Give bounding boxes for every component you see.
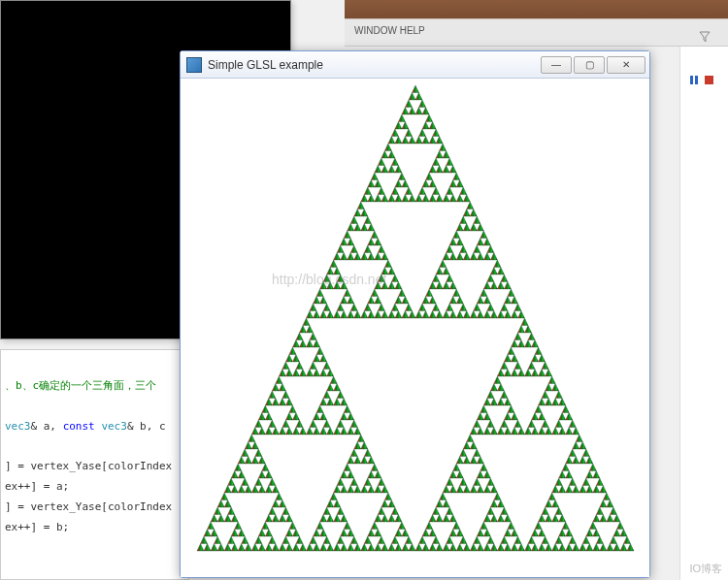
svg-marker-558 — [261, 405, 268, 413]
svg-marker-538 — [313, 428, 319, 435]
svg-marker-94 — [490, 253, 497, 261]
svg-marker-384 — [542, 507, 548, 515]
svg-marker-254 — [531, 355, 538, 363]
svg-marker-87 — [459, 216, 466, 224]
svg-marker-691 — [285, 544, 292, 552]
svg-marker-648 — [248, 435, 254, 442]
code-line — [5, 356, 184, 376]
svg-marker-153 — [425, 289, 432, 297]
svg-marker-312 — [500, 420, 507, 428]
svg-marker-601 — [381, 515, 387, 523]
svg-marker-554 — [292, 428, 299, 435]
svg-marker-692 — [279, 544, 285, 552]
svg-marker-438 — [486, 507, 493, 515]
svg-marker-473 — [456, 544, 463, 552]
svg-marker-95 — [483, 253, 490, 261]
svg-marker-582 — [364, 478, 371, 486]
svg-marker-474 — [446, 536, 452, 544]
stop-icon[interactable] — [705, 76, 713, 84]
svg-marker-116 — [483, 282, 490, 290]
svg-marker-332 — [565, 457, 572, 465]
svg-marker-202 — [408, 311, 414, 319]
svg-marker-727 — [204, 544, 211, 552]
svg-marker-639 — [316, 522, 323, 530]
svg-marker-663 — [254, 478, 261, 486]
svg-marker-626 — [333, 515, 340, 523]
svg-marker-704 — [217, 500, 224, 508]
svg-marker-638 — [333, 544, 340, 552]
svg-marker-583 — [367, 486, 374, 494]
svg-marker-391 — [572, 544, 579, 552]
svg-marker-31 — [449, 166, 456, 174]
svg-marker-631 — [347, 530, 353, 537]
svg-marker-707 — [224, 515, 231, 523]
svg-marker-396 — [535, 522, 542, 530]
svg-marker-494 — [292, 340, 299, 348]
pause-icon[interactable] — [690, 76, 699, 84]
svg-marker-249 — [513, 333, 520, 340]
svg-marker-121 — [517, 311, 524, 319]
svg-marker-670 — [245, 486, 251, 494]
svg-marker-350 — [551, 486, 558, 494]
svg-marker-657 — [261, 464, 268, 471]
svg-marker-402 — [528, 536, 535, 544]
svg-marker-71 — [387, 195, 394, 203]
svg-marker-133 — [477, 311, 483, 319]
svg-marker-32 — [443, 166, 449, 174]
svg-marker-482 — [429, 544, 436, 552]
svg-marker-115 — [490, 282, 497, 290]
svg-marker-125 — [497, 311, 504, 319]
svg-marker-411 — [459, 449, 466, 457]
svg-marker-459 — [439, 493, 446, 500]
svg-marker-697 — [272, 544, 279, 552]
svg-marker-420 — [473, 478, 480, 486]
svg-marker-577 — [374, 471, 381, 479]
svg-marker-687 — [295, 536, 302, 544]
svg-marker-77 — [374, 195, 381, 203]
window-titlebar[interactable]: Simple GLSL example — ▢ ✕ — [181, 51, 649, 79]
svg-marker-160 — [422, 311, 429, 319]
close-button[interactable]: ✕ — [607, 56, 645, 74]
svg-marker-580 — [381, 486, 387, 494]
svg-marker-268 — [504, 370, 511, 377]
svg-marker-726 — [200, 536, 207, 544]
svg-marker-675 — [275, 493, 281, 500]
svg-marker-502 — [313, 370, 319, 377]
svg-marker-164 — [353, 209, 360, 217]
svg-marker-101 — [449, 239, 456, 246]
svg-marker-108 — [493, 260, 500, 268]
svg-marker-466 — [436, 515, 443, 523]
svg-marker-192 — [391, 274, 398, 282]
svg-marker-6 — [405, 100, 412, 108]
svg-marker-405 — [466, 435, 473, 442]
svg-marker-70 — [394, 195, 401, 203]
svg-marker-527 — [347, 428, 353, 435]
svg-marker-375 — [582, 536, 589, 544]
svg-marker-454 — [490, 544, 497, 552]
svg-marker-188 — [333, 253, 340, 261]
svg-marker-480 — [432, 536, 439, 544]
svg-marker-129 — [486, 304, 493, 311]
svg-marker-13 — [436, 137, 443, 145]
glsl-example-window: Simple GLSL example — ▢ ✕ — [180, 50, 650, 578]
svg-marker-66 — [405, 187, 412, 195]
minimize-button[interactable]: — — [541, 56, 572, 74]
svg-marker-381 — [555, 507, 562, 515]
svg-marker-452 — [477, 530, 483, 537]
maximize-button[interactable]: ▢ — [574, 56, 605, 74]
svg-marker-311 — [511, 428, 517, 435]
svg-marker-346 — [572, 486, 579, 494]
svg-marker-34 — [436, 166, 443, 174]
svg-marker-465 — [432, 507, 439, 515]
svg-marker-177 — [364, 245, 371, 253]
svg-marker-227 — [340, 297, 347, 305]
svg-marker-431 — [443, 486, 449, 494]
svg-marker-24 — [391, 129, 398, 137]
svg-marker-374 — [592, 544, 599, 552]
svg-marker-397 — [538, 530, 545, 537]
svg-marker-247 — [531, 340, 538, 348]
svg-marker-281 — [558, 413, 565, 421]
svg-marker-190 — [387, 268, 394, 275]
svg-marker-386 — [538, 515, 545, 523]
svg-marker-156 — [432, 304, 439, 311]
